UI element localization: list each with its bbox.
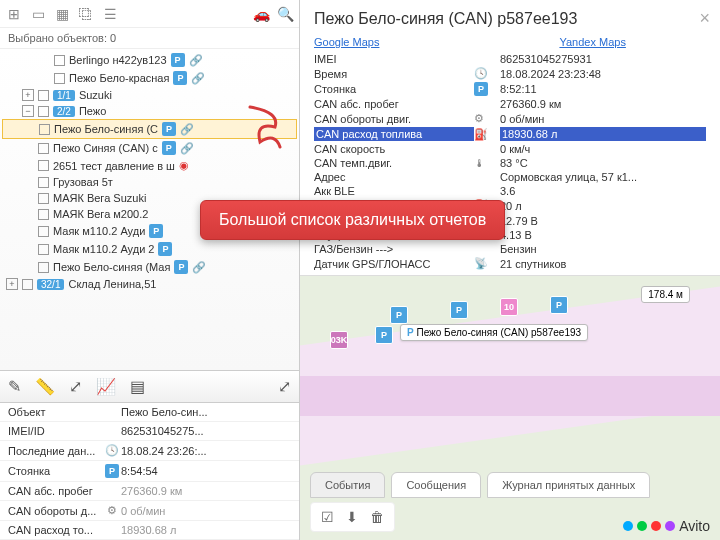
link-icon[interactable]: 🔗	[180, 142, 194, 155]
parking-badge: P	[173, 71, 187, 85]
tree-label: Пежо Синяя (CAN) с	[53, 142, 158, 154]
checkbox[interactable]	[38, 262, 49, 273]
detail-row: Акк BLE3.6	[314, 184, 706, 198]
edit-toolbar: ✎ 📏 ⤢ 📈 ▤ ⤢	[0, 370, 299, 402]
panel-title: Пежо Бело-синяя (CAN) р587ее193	[314, 10, 706, 28]
tab-journal[interactable]: Журнал принятых данных	[487, 472, 650, 498]
tree-item[interactable]: 2651 тест давление в ш◉	[2, 157, 297, 174]
checkbox[interactable]	[54, 73, 65, 84]
collapse-icon[interactable]: ⊞	[4, 4, 24, 24]
checkbox[interactable]	[38, 193, 49, 204]
tab-toolbar: ☑ ⬇ 🗑	[310, 502, 395, 532]
tree-label: Пежо Бело-синяя (C	[54, 123, 158, 135]
tree-item[interactable]: Berlingo н422ув123P🔗	[2, 51, 297, 69]
parking-badge: P	[162, 141, 176, 155]
detail-row: CAN скорость0 км/ч	[314, 142, 706, 156]
tab-events[interactable]: События	[310, 472, 385, 498]
tree-label: Склад Ленина,51	[68, 278, 156, 290]
link-icon[interactable]: 🔗	[191, 72, 205, 85]
tree-item[interactable]: Пежо Бело-краснаяP🔗	[2, 69, 297, 87]
tree-label: 2651 тест давление в ш	[53, 160, 175, 172]
download-icon[interactable]: ⬇	[346, 509, 358, 525]
info-row: CAN расход то...18930.68 л	[0, 521, 299, 540]
detail-row: IMEI862531045275931	[314, 52, 706, 66]
checkbox[interactable]	[54, 55, 65, 66]
tab-messages[interactable]: Сообщения	[391, 472, 481, 498]
expand-icon[interactable]: +	[6, 278, 18, 290]
count-badge: 2/2	[53, 106, 75, 117]
parking-badge: P	[171, 53, 185, 67]
chart-icon[interactable]: 📈	[96, 377, 116, 396]
expand-icon[interactable]: +	[22, 89, 34, 101]
count-badge: 32/1	[37, 279, 64, 290]
expand-icon[interactable]: ⤢	[278, 377, 291, 396]
pencil-icon[interactable]: ✎	[8, 377, 21, 396]
trash-icon[interactable]: 🗑	[370, 509, 384, 525]
detail-row: Датчик GPS/ГЛОНАСС📡21 спутников	[314, 256, 706, 271]
object-info-panel: ОбъектПежо Бело-син...IMEI/ID86253104527…	[0, 402, 299, 540]
grid-icon[interactable]: ▦	[52, 4, 72, 24]
detail-row: АдресСормовская улица, 57 к1...	[314, 170, 706, 184]
tree-item[interactable]: Маяк м110.2 Ауди 2P	[2, 240, 297, 258]
list-icon[interactable]: ☰	[100, 4, 120, 24]
checkbox[interactable]	[38, 90, 49, 101]
detail-row: CAN обороты двиг.⚙0 об/мин	[314, 111, 706, 126]
tree-label: МАЯК Вега Suzuki	[53, 192, 146, 204]
google-maps-link[interactable]: Google Maps	[314, 36, 379, 48]
map-vehicle-label[interactable]: P Пежо Бело-синяя (CAN) р587ее193	[400, 324, 588, 341]
layers-icon[interactable]: ▭	[28, 4, 48, 24]
car-icon[interactable]: 🚗	[251, 4, 271, 24]
info-row: CAN абс. пробег276360.9 км	[0, 482, 299, 501]
detail-row: ГАЗ/Бензин --->Бензин	[314, 242, 706, 256]
tree-item[interactable]: Пежо Бело-синяя (МаяP🔗	[2, 258, 297, 276]
map-marker[interactable]: P	[450, 301, 468, 319]
tree-label: Пежо Бело-синяя (Мая	[53, 261, 170, 273]
checkbox[interactable]	[22, 279, 33, 290]
tire-icon: ◉	[179, 159, 189, 172]
checkbox[interactable]	[39, 124, 50, 135]
link-icon[interactable]: 🔗	[180, 123, 194, 136]
checkbox[interactable]	[38, 209, 49, 220]
sidebar-toolbar: ⊞ ▭ ▦ ⿻ ☰ 🚗 🔍	[0, 0, 299, 28]
parking-badge: P	[162, 122, 176, 136]
parking-badge: P	[158, 242, 172, 256]
checkbox[interactable]	[38, 106, 49, 117]
info-row: ОбъектПежо Бело-син...	[0, 403, 299, 422]
detail-row: CAN расход топлива⛽18930.68 л	[314, 126, 706, 142]
close-icon[interactable]: ×	[699, 8, 710, 29]
tree-label: Маяк м110.2 Ауди	[53, 225, 145, 237]
yandex-maps-link[interactable]: Yandex Maps	[559, 36, 625, 48]
info-row: CAN обороты д...⚙0 об/мин	[0, 501, 299, 521]
tree-label: Berlingo н422ув123	[69, 54, 167, 66]
copy-icon[interactable]: ⿻	[76, 4, 96, 24]
link-icon[interactable]: 🔗	[192, 261, 206, 274]
info-row: СтоянкаP8:54:54	[0, 461, 299, 482]
tree-label: МАЯК Вега м200.2	[53, 208, 148, 220]
map-marker[interactable]: P	[390, 306, 408, 324]
check-icon[interactable]: ☑	[321, 509, 334, 525]
search-icon[interactable]: 🔍	[275, 4, 295, 24]
tree-label: Пежо	[79, 105, 106, 117]
detail-row: СтоянкаP8:52:11	[314, 81, 706, 97]
checkbox[interactable]	[38, 160, 49, 171]
checkbox[interactable]	[38, 177, 49, 188]
polyline-icon[interactable]: ⤢	[69, 377, 82, 396]
checkbox[interactable]	[38, 143, 49, 154]
checkbox[interactable]	[38, 226, 49, 237]
map-marker[interactable]: P	[550, 296, 568, 314]
ruler-icon[interactable]: 📏	[35, 377, 55, 396]
bottom-tabs: События Сообщения Журнал принятых данных	[310, 472, 650, 498]
tree-label: Пежо Бело-красная	[69, 72, 169, 84]
tree-item[interactable]: Грузовая 5т	[2, 174, 297, 190]
annotation-callout: Большой список различных отчетов	[200, 200, 505, 240]
tree-item[interactable]: +32/1Склад Ленина,51	[2, 276, 297, 292]
tree-label: Suzuki	[79, 89, 112, 101]
expand-icon[interactable]: −	[22, 105, 34, 117]
detail-row: CAN темп.двиг.🌡83 °C	[314, 156, 706, 170]
filter-icon[interactable]: ▤	[130, 377, 145, 396]
checkbox[interactable]	[38, 244, 49, 255]
link-icon[interactable]: 🔗	[189, 54, 203, 67]
map-marker[interactable]: P	[375, 326, 393, 344]
tree-item[interactable]: +1/1Suzuki	[2, 87, 297, 103]
map: 178.4 м P P 10 P 03K P P Пежо Бело-синяя…	[300, 276, 720, 540]
